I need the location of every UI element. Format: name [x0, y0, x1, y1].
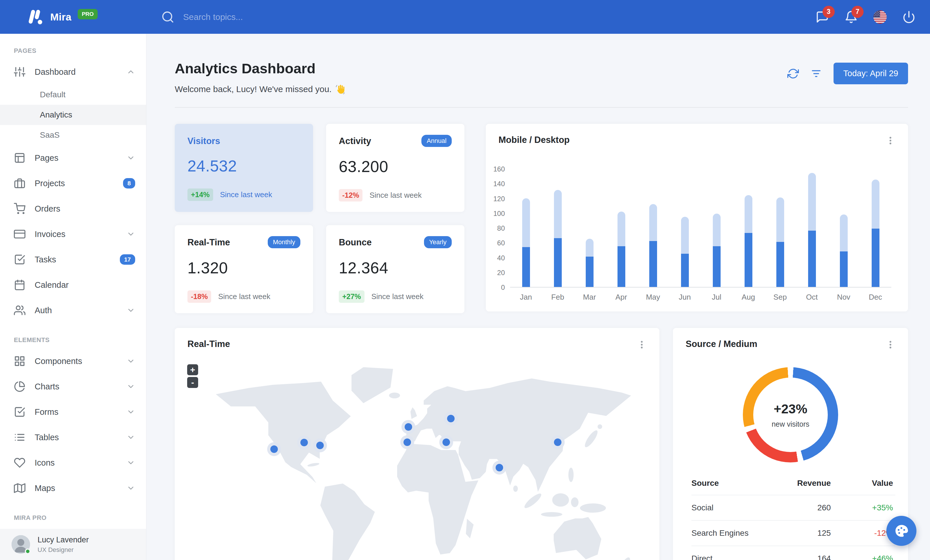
x-tick-label: Jan — [510, 293, 542, 302]
sidebar-item-tables[interactable]: Tables — [0, 425, 146, 450]
sidebar-item-invoices[interactable]: Invoices — [0, 221, 146, 247]
refresh-button[interactable] — [787, 68, 799, 80]
x-tick-label: Jun — [669, 293, 701, 302]
x-tick-label: May — [637, 293, 669, 302]
search-bar[interactable] — [161, 0, 344, 34]
donut-chart[interactable]: +23% new visitors — [743, 367, 838, 462]
bar-segment-desktop — [745, 195, 752, 233]
filter-button[interactable] — [810, 68, 822, 80]
brand[interactable]: Mira PRO — [0, 8, 98, 26]
stat-title: Activity — [339, 136, 371, 146]
sidebar-item-orders[interactable]: Orders — [0, 196, 146, 221]
user-profile[interactable]: Lucy Lavender UX Designer — [0, 529, 146, 560]
language-button[interactable] — [873, 11, 887, 24]
sidebar-item-calendar[interactable]: Calendar — [0, 272, 146, 298]
bar-apr — [605, 169, 637, 287]
stat-caption: Since last week — [218, 292, 270, 301]
x-tick-label: Sep — [764, 293, 796, 302]
x-tick-label: Mar — [574, 293, 605, 302]
sidebar-subitem-saas[interactable]: SaaS — [0, 125, 146, 145]
bar-segment-mobile — [649, 241, 657, 287]
check-square-icon — [14, 254, 25, 265]
sidebar-item-maps[interactable]: Maps — [0, 476, 146, 501]
main-content: Analytics Dashboard Welcome back, Lucy! … — [146, 34, 930, 560]
cell-value: +46% — [863, 546, 895, 560]
chart-menu-button[interactable] — [885, 135, 895, 146]
sidebar-item-label: Tasks — [35, 255, 111, 264]
bar-segment-desktop — [586, 239, 594, 256]
sidebar-item-pages[interactable]: Pages — [0, 145, 146, 170]
bar-mar — [574, 169, 605, 287]
bar-segment-desktop — [871, 180, 879, 228]
map-marker-2[interactable] — [300, 439, 308, 446]
map-marker-7[interactable] — [447, 415, 454, 422]
sidebar-item-label: Orders — [35, 204, 135, 213]
grid-icon — [14, 355, 25, 367]
zoom-in-button[interactable]: + — [187, 364, 198, 375]
map-menu-button[interactable] — [637, 339, 647, 350]
map-marker-8[interactable] — [496, 464, 503, 471]
world-map[interactable] — [175, 352, 659, 560]
sidebar-item-label: Components — [35, 356, 117, 366]
logout-button[interactable] — [902, 11, 916, 24]
messages-button[interactable]: 3 — [816, 11, 829, 24]
y-tick-label: 140 — [486, 180, 505, 188]
sliders-icon — [14, 66, 25, 78]
header-divider — [175, 107, 908, 108]
y-tick-label: 0 — [486, 284, 505, 292]
source-row-search-engines[interactable]: Search Engines125-12% — [691, 520, 895, 546]
sidebar-item-icons[interactable]: Icons — [0, 450, 146, 476]
donut-center-label: new visitors — [772, 420, 810, 428]
stat-card-top: BounceYearly — [339, 237, 452, 248]
x-tick-label: Dec — [859, 293, 891, 302]
cell-revenue: 164 — [771, 546, 863, 560]
bar-segment-mobile — [617, 246, 625, 287]
col-value: Value — [863, 474, 895, 495]
stat-card-top: ActivityAnnual — [339, 136, 452, 147]
stat-value: 1.320 — [188, 259, 300, 277]
search-input[interactable] — [183, 12, 344, 22]
bar-segment-mobile — [522, 247, 530, 287]
waving-hand-icon — [335, 84, 345, 94]
bar-chart-plot[interactable] — [510, 169, 891, 287]
map-marker-9[interactable] — [554, 439, 562, 446]
source-medium-menu-button[interactable] — [885, 339, 895, 350]
map-marker-3[interactable] — [316, 442, 324, 449]
x-tick-label: Nov — [828, 293, 859, 302]
sidebar-item-auth[interactable]: Auth — [0, 298, 146, 323]
sidebar-item-components[interactable]: Components — [0, 348, 146, 374]
source-row-social[interactable]: Social260+35% — [691, 495, 895, 520]
users-icon — [14, 305, 25, 316]
sidebar-item-tasks[interactable]: Tasks17 — [0, 247, 146, 272]
date-range-button[interactable]: Today: April 29 — [833, 63, 908, 84]
map-marker-5[interactable] — [403, 439, 411, 446]
sidebar-item-label: Pages — [35, 153, 117, 163]
sidebar-subitem-default[interactable]: Default — [0, 84, 146, 105]
stat-card-real-time: Real-TimeMonthly1.320-18%Since last week — [175, 225, 313, 313]
notifications-button[interactable]: 7 — [844, 11, 858, 24]
shopping-cart-icon — [14, 203, 25, 215]
layout-icon — [14, 152, 25, 164]
map-marker-4[interactable] — [405, 423, 412, 431]
bar-segment-desktop — [554, 190, 562, 238]
map-marker-1[interactable] — [270, 445, 278, 453]
stat-caption: Since last week — [370, 191, 422, 200]
zoom-out-button[interactable]: - — [187, 377, 198, 388]
mira-logo-icon — [26, 8, 44, 26]
theme-settings-fab[interactable] — [886, 516, 916, 546]
y-tick-label: 160 — [486, 165, 505, 173]
map-title: Real-Time — [188, 339, 230, 349]
x-tick-label: Aug — [733, 293, 764, 302]
sidebar-item-dashboard[interactable]: Dashboard — [0, 59, 146, 84]
sidebar-item-charts[interactable]: Charts — [0, 374, 146, 399]
source-medium-title: Source / Medium — [686, 339, 757, 349]
map-marker-6[interactable] — [442, 439, 450, 446]
sidebar-item-forms[interactable]: Forms — [0, 399, 146, 425]
status-online-dot — [25, 548, 31, 554]
sidebar-subitem-analytics[interactable]: Analytics — [0, 105, 146, 125]
mobile-desktop-chart-card: Mobile / Desktop 020406080100120140160 J… — [486, 124, 908, 311]
stat-caption: Since last week — [220, 190, 273, 199]
stat-period-badge: Monthly — [268, 236, 300, 248]
source-row-direct[interactable]: Direct164+46% — [691, 546, 895, 560]
sidebar-item-projects[interactable]: Projects8 — [0, 170, 146, 196]
